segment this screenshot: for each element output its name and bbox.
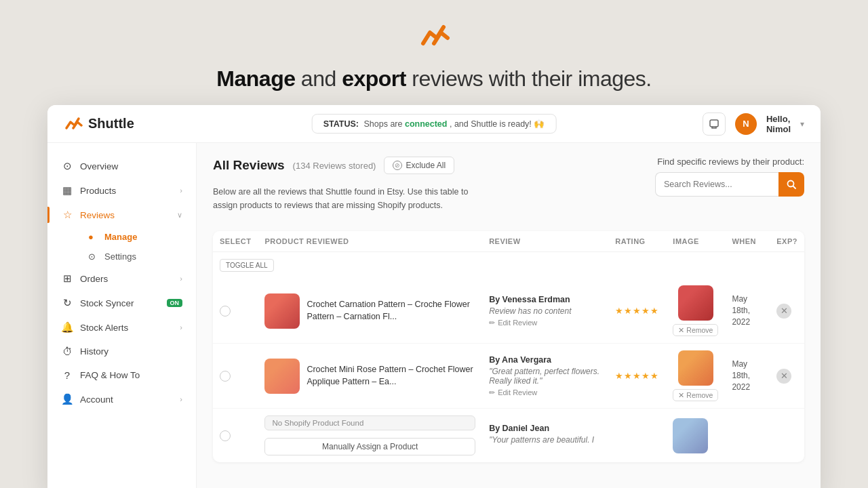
header-right: N Hello, Nimol ▾: [703, 113, 804, 136]
sidebar-label-history: History: [80, 346, 182, 357]
toggle-all-button[interactable]: TOGGLE ALL: [220, 259, 274, 272]
remove-circle-1[interactable]: ✕: [776, 304, 791, 319]
row2-when: May 18th,2022: [725, 344, 770, 409]
sidebar-item-reviews[interactable]: ☆ Reviews ∨: [47, 203, 196, 227]
sidebar-item-orders[interactable]: ⊞ Orders ›: [47, 266, 196, 291]
table-row: Crochet Carnation Pattern – Croche Flowe…: [213, 279, 804, 344]
edit-review-button-2[interactable]: ✏ Edit Review: [489, 388, 537, 397]
shuttle-logo-icon: [64, 115, 83, 134]
row2-product: Crochet Mini Rose Pattern – Crochet Flow…: [258, 344, 482, 409]
reviews-chevron: ∨: [177, 211, 182, 220]
status-label: STATUS:: [323, 119, 359, 129]
reviews-description: Below are all the reviews that Shuttle f…: [213, 185, 484, 212]
row1-exp: ✕: [770, 279, 804, 344]
row2-exp: ✕: [770, 344, 804, 409]
overview-icon: ⊙: [61, 160, 73, 172]
image-cell-2: ✕ Remove: [673, 350, 718, 401]
faq-icon: ?: [61, 369, 73, 381]
app-window: Shuttle STATUS: Shops are connected , an…: [47, 105, 821, 488]
user-menu-chevron[interactable]: ▾: [800, 119, 804, 129]
remove-label-2: Remove: [686, 391, 713, 399]
sidebar-label-reviews: Reviews: [80, 210, 170, 220]
remove-x-icon-2: ✕: [678, 391, 684, 399]
row3-select: [213, 409, 258, 463]
sidebar-subitem-manage[interactable]: ● Manage: [80, 227, 196, 247]
reviews-icon: ☆: [61, 209, 73, 221]
sidebar-item-faq[interactable]: ? FAQ & How To: [47, 363, 196, 387]
exclude-all-button[interactable]: ⊘ Exclude All: [384, 157, 454, 174]
review-cell-2: By Ana Vergara "Great pattern, perfect f…: [489, 355, 601, 397]
exclude-all-label: Exclude All: [406, 161, 446, 170]
row1-when: May 18th,2022: [725, 279, 770, 344]
col-select: SELECT: [213, 231, 258, 252]
search-input[interactable]: [655, 172, 778, 197]
row3-rating: [608, 409, 666, 463]
orders-chevron: ›: [180, 274, 182, 283]
settings-label: Settings: [104, 251, 136, 262]
reviews-table: SELECT PRODUCT REVIEWED REVIEW RATING IM…: [213, 231, 804, 462]
assign-product-button[interactable]: Manually Assign a Product: [264, 438, 475, 455]
sidebar-item-stock-syncer[interactable]: ↻ Stock Syncer ON: [47, 291, 196, 315]
remove-image-button-2[interactable]: ✕ Remove: [673, 389, 718, 401]
edit-review-button-1[interactable]: ✏ Edit Review: [489, 319, 537, 327]
status-text-after: , and Shuttle is ready! 🙌: [450, 119, 545, 129]
active-indicator: [47, 207, 50, 223]
products-icon: ▦: [61, 184, 73, 197]
col-rating: RATING: [608, 231, 666, 252]
row3-when: [725, 409, 770, 463]
col-product: PRODUCT REVIEWED: [258, 231, 482, 252]
stock-alerts-icon: 🔔: [61, 321, 73, 333]
remove-circle-2[interactable]: ✕: [776, 369, 791, 384]
review-text-2: "Great pattern, perfect flowers. Really …: [489, 367, 601, 386]
notification-button[interactable]: [703, 113, 726, 136]
sidebar-label-account: Account: [80, 394, 173, 405]
account-icon: 👤: [61, 393, 73, 405]
remove-image-button-1[interactable]: ✕ Remove: [673, 324, 718, 336]
stars-1: ★★★★★: [615, 306, 659, 316]
reviews-header-left: All Reviews (134 Reviews stored) ⊘ Exclu…: [213, 157, 484, 224]
radio-select-2[interactable]: [220, 371, 231, 382]
row1-review: By Venessa Erdman Review has no content …: [482, 279, 608, 344]
review-cell-1: By Venessa Erdman Review has no content …: [489, 295, 601, 327]
top-logo-icon: [416, 19, 452, 57]
col-when: WHEN: [725, 231, 770, 252]
products-chevron: ›: [180, 186, 182, 195]
stars-2: ★★★★★: [615, 371, 659, 381]
product-image-2: [264, 359, 300, 394]
stock-alerts-chevron: ›: [180, 323, 182, 331]
sidebar-subitem-settings[interactable]: ⊙ Settings: [80, 247, 196, 266]
reviewer-2: By Ana Vergara: [489, 355, 601, 365]
remove-label: Remove: [686, 326, 713, 334]
search-button[interactable]: [778, 172, 804, 197]
remove-x-icon: ✕: [678, 326, 684, 334]
radio-select-3[interactable]: [220, 430, 231, 441]
review-cell-3: By Daniel Jean "Your patterns are beauti…: [489, 424, 601, 445]
sidebar-item-stock-alerts[interactable]: 🔔 Stock Alerts ›: [47, 315, 196, 340]
sidebar-label-products: Products: [80, 186, 173, 196]
sidebar: ⊙ Overview ▦ Products › ☆ Reviews ∨ ● Ma…: [47, 143, 197, 488]
svg-rect-0: [710, 120, 718, 127]
top-area: All Reviews (134 Reviews stored) ⊘ Exclu…: [213, 157, 804, 224]
manage-icon: ●: [88, 232, 99, 242]
status-text-before: Shops are: [363, 119, 404, 129]
radio-select-1[interactable]: [220, 306, 231, 317]
row3-image: [666, 409, 725, 463]
row3-product: No Shopify Product Found Manually Assign…: [258, 409, 482, 463]
sidebar-item-products[interactable]: ▦ Products ›: [47, 178, 196, 203]
sidebar-item-overview[interactable]: ⊙ Overview: [47, 154, 196, 178]
row1-select: [213, 279, 258, 344]
notification-icon: [709, 119, 719, 129]
row1-image: ✕ Remove: [666, 279, 725, 344]
sidebar-item-history[interactable]: ⏱ History: [47, 340, 196, 363]
col-review: REVIEW: [482, 231, 608, 252]
main-content: All Reviews (134 Reviews stored) ⊘ Exclu…: [197, 143, 821, 488]
edit-review-label: Edit Review: [498, 319, 537, 327]
reviews-title: All Reviews: [213, 158, 285, 173]
reviews-sub-menu: ● Manage ⊙ Settings: [47, 227, 196, 266]
sidebar-label-faq: FAQ & How To: [80, 370, 182, 380]
history-icon: ⏱: [61, 346, 73, 357]
sidebar-item-account[interactable]: 👤 Account ›: [47, 387, 196, 411]
row2-image: ✕ Remove: [666, 344, 725, 409]
product-name-2: Crochet Mini Rose Pattern – Crochet Flow…: [307, 364, 475, 388]
main-headline: Manage and export reviews with their ima…: [216, 66, 651, 92]
